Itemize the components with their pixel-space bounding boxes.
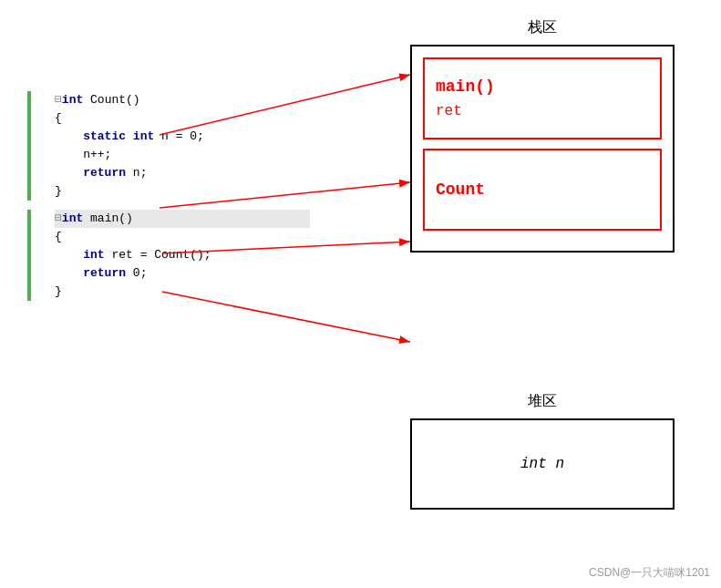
code-line-1: ⊟int Count() (55, 91, 310, 109)
heap-label: int n (520, 456, 564, 472)
code-line-main-3: int ret = Count(); (55, 246, 310, 264)
code-line-5: return n; (55, 164, 310, 182)
green-line-count (27, 91, 31, 201)
code-area: ⊟int Count() { static int n = 0; n++; re… (27, 91, 310, 301)
heap-area: 堆区 int n (410, 392, 675, 510)
count-function: ⊟int Count() { static int n = 0; n++; re… (27, 91, 310, 201)
code-line-main-1: ⊟int main() (55, 210, 310, 228)
code-line-main-2: { (55, 228, 310, 246)
green-line-main (27, 210, 31, 301)
stack-area: 栈区 main() ret Count (410, 18, 675, 253)
code-line-main-5: } (55, 283, 310, 301)
code-line-main-4: return 0; (55, 264, 310, 283)
code-line-6: } (55, 182, 310, 201)
stack-main-box: main() ret (423, 57, 662, 139)
stack-outer-box: main() ret Count (410, 45, 675, 253)
code-line-3: static int n = 0; (55, 128, 310, 146)
stack-title: 栈区 (410, 18, 675, 37)
watermark: CSDN@一只大喵咪1201 (589, 565, 710, 581)
stack-main-sublabel: ret (436, 103, 649, 119)
stack-count-label: Count (436, 181, 649, 199)
heap-title: 堆区 (410, 392, 675, 411)
main-function: ⊟int main() { int ret = Count(); return … (27, 210, 310, 301)
heap-box: int n (410, 418, 675, 510)
stack-main-label: main() (436, 77, 649, 96)
stack-count-box: Count (423, 149, 662, 231)
code-line-2: { (55, 109, 310, 128)
code-line-4: n++; (55, 146, 310, 164)
